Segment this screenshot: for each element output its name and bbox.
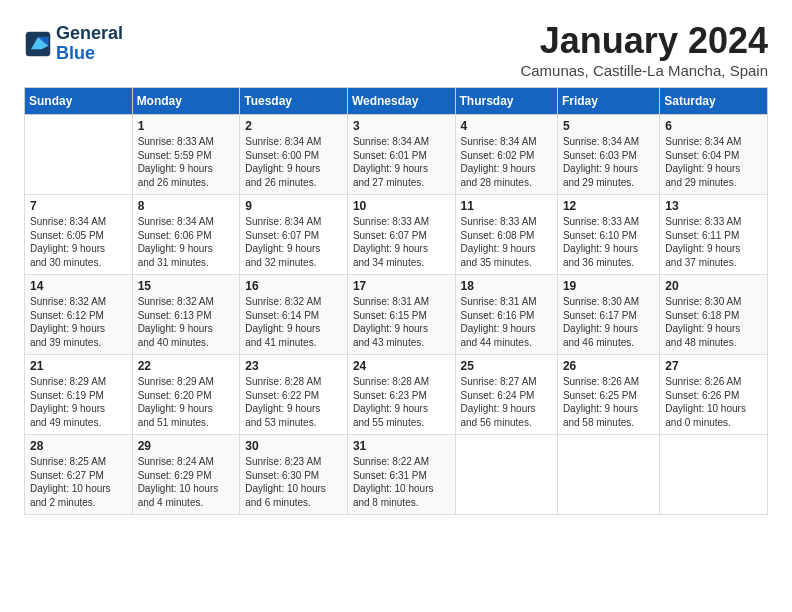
calendar-cell: 12Sunrise: 8:33 AM Sunset: 6:10 PM Dayli…	[557, 195, 659, 275]
day-number: 5	[563, 119, 654, 133]
day-info: Sunrise: 8:32 AM Sunset: 6:13 PM Dayligh…	[138, 295, 235, 349]
day-info: Sunrise: 8:26 AM Sunset: 6:25 PM Dayligh…	[563, 375, 654, 429]
day-number: 23	[245, 359, 342, 373]
calendar-cell: 22Sunrise: 8:29 AM Sunset: 6:20 PM Dayli…	[132, 355, 240, 435]
day-number: 18	[461, 279, 552, 293]
day-info: Sunrise: 8:28 AM Sunset: 6:22 PM Dayligh…	[245, 375, 342, 429]
day-info: Sunrise: 8:33 AM Sunset: 6:10 PM Dayligh…	[563, 215, 654, 269]
logo-line1: General	[56, 24, 123, 44]
day-info: Sunrise: 8:30 AM Sunset: 6:18 PM Dayligh…	[665, 295, 762, 349]
col-header-thursday: Thursday	[455, 88, 557, 115]
month-title: January 2024	[520, 20, 768, 62]
day-number: 16	[245, 279, 342, 293]
calendar-cell: 17Sunrise: 8:31 AM Sunset: 6:15 PM Dayli…	[347, 275, 455, 355]
day-info: Sunrise: 8:34 AM Sunset: 6:04 PM Dayligh…	[665, 135, 762, 189]
day-info: Sunrise: 8:31 AM Sunset: 6:15 PM Dayligh…	[353, 295, 450, 349]
day-number: 19	[563, 279, 654, 293]
day-number: 11	[461, 199, 552, 213]
day-number: 15	[138, 279, 235, 293]
calendar-cell: 3Sunrise: 8:34 AM Sunset: 6:01 PM Daylig…	[347, 115, 455, 195]
day-number: 24	[353, 359, 450, 373]
calendar-cell: 23Sunrise: 8:28 AM Sunset: 6:22 PM Dayli…	[240, 355, 348, 435]
day-number: 21	[30, 359, 127, 373]
calendar-cell: 4Sunrise: 8:34 AM Sunset: 6:02 PM Daylig…	[455, 115, 557, 195]
col-header-monday: Monday	[132, 88, 240, 115]
day-number: 22	[138, 359, 235, 373]
day-number: 30	[245, 439, 342, 453]
calendar-cell: 2Sunrise: 8:34 AM Sunset: 6:00 PM Daylig…	[240, 115, 348, 195]
day-info: Sunrise: 8:33 AM Sunset: 6:07 PM Dayligh…	[353, 215, 450, 269]
calendar-cell: 28Sunrise: 8:25 AM Sunset: 6:27 PM Dayli…	[25, 435, 133, 515]
calendar-cell: 13Sunrise: 8:33 AM Sunset: 6:11 PM Dayli…	[660, 195, 768, 275]
day-number: 28	[30, 439, 127, 453]
calendar-cell: 31Sunrise: 8:22 AM Sunset: 6:31 PM Dayli…	[347, 435, 455, 515]
day-info: Sunrise: 8:28 AM Sunset: 6:23 PM Dayligh…	[353, 375, 450, 429]
day-number: 14	[30, 279, 127, 293]
calendar-cell: 1Sunrise: 8:33 AM Sunset: 5:59 PM Daylig…	[132, 115, 240, 195]
day-info: Sunrise: 8:32 AM Sunset: 6:12 PM Dayligh…	[30, 295, 127, 349]
calendar-week-3: 21Sunrise: 8:29 AM Sunset: 6:19 PM Dayli…	[25, 355, 768, 435]
day-info: Sunrise: 8:29 AM Sunset: 6:19 PM Dayligh…	[30, 375, 127, 429]
calendar-week-4: 28Sunrise: 8:25 AM Sunset: 6:27 PM Dayli…	[25, 435, 768, 515]
day-number: 7	[30, 199, 127, 213]
day-info: Sunrise: 8:27 AM Sunset: 6:24 PM Dayligh…	[461, 375, 552, 429]
day-info: Sunrise: 8:31 AM Sunset: 6:16 PM Dayligh…	[461, 295, 552, 349]
calendar-cell: 26Sunrise: 8:26 AM Sunset: 6:25 PM Dayli…	[557, 355, 659, 435]
calendar-week-1: 7Sunrise: 8:34 AM Sunset: 6:05 PM Daylig…	[25, 195, 768, 275]
calendar-cell: 27Sunrise: 8:26 AM Sunset: 6:26 PM Dayli…	[660, 355, 768, 435]
calendar-cell: 5Sunrise: 8:34 AM Sunset: 6:03 PM Daylig…	[557, 115, 659, 195]
calendar-cell: 6Sunrise: 8:34 AM Sunset: 6:04 PM Daylig…	[660, 115, 768, 195]
day-info: Sunrise: 8:23 AM Sunset: 6:30 PM Dayligh…	[245, 455, 342, 509]
location-title: Camunas, Castille-La Mancha, Spain	[520, 62, 768, 79]
day-info: Sunrise: 8:34 AM Sunset: 6:03 PM Dayligh…	[563, 135, 654, 189]
day-info: Sunrise: 8:34 AM Sunset: 6:05 PM Dayligh…	[30, 215, 127, 269]
calendar-table: SundayMondayTuesdayWednesdayThursdayFrid…	[24, 87, 768, 515]
day-number: 31	[353, 439, 450, 453]
day-info: Sunrise: 8:34 AM Sunset: 6:01 PM Dayligh…	[353, 135, 450, 189]
day-info: Sunrise: 8:33 AM Sunset: 6:08 PM Dayligh…	[461, 215, 552, 269]
day-info: Sunrise: 8:34 AM Sunset: 6:06 PM Dayligh…	[138, 215, 235, 269]
day-info: Sunrise: 8:30 AM Sunset: 6:17 PM Dayligh…	[563, 295, 654, 349]
col-header-friday: Friday	[557, 88, 659, 115]
day-number: 12	[563, 199, 654, 213]
day-number: 9	[245, 199, 342, 213]
col-header-tuesday: Tuesday	[240, 88, 348, 115]
day-number: 8	[138, 199, 235, 213]
day-info: Sunrise: 8:33 AM Sunset: 5:59 PM Dayligh…	[138, 135, 235, 189]
calendar-cell: 15Sunrise: 8:32 AM Sunset: 6:13 PM Dayli…	[132, 275, 240, 355]
col-header-sunday: Sunday	[25, 88, 133, 115]
calendar-cell: 18Sunrise: 8:31 AM Sunset: 6:16 PM Dayli…	[455, 275, 557, 355]
calendar-week-0: 1Sunrise: 8:33 AM Sunset: 5:59 PM Daylig…	[25, 115, 768, 195]
calendar-cell: 16Sunrise: 8:32 AM Sunset: 6:14 PM Dayli…	[240, 275, 348, 355]
day-info: Sunrise: 8:34 AM Sunset: 6:00 PM Dayligh…	[245, 135, 342, 189]
calendar-cell: 25Sunrise: 8:27 AM Sunset: 6:24 PM Dayli…	[455, 355, 557, 435]
day-number: 13	[665, 199, 762, 213]
calendar-cell	[660, 435, 768, 515]
day-info: Sunrise: 8:32 AM Sunset: 6:14 PM Dayligh…	[245, 295, 342, 349]
calendar-cell: 29Sunrise: 8:24 AM Sunset: 6:29 PM Dayli…	[132, 435, 240, 515]
calendar-header-row: SundayMondayTuesdayWednesdayThursdayFrid…	[25, 88, 768, 115]
day-number: 27	[665, 359, 762, 373]
day-info: Sunrise: 8:26 AM Sunset: 6:26 PM Dayligh…	[665, 375, 762, 429]
title-block: January 2024 Camunas, Castille-La Mancha…	[520, 20, 768, 79]
logo-icon	[24, 30, 52, 58]
day-number: 2	[245, 119, 342, 133]
day-number: 10	[353, 199, 450, 213]
day-number: 3	[353, 119, 450, 133]
calendar-cell: 19Sunrise: 8:30 AM Sunset: 6:17 PM Dayli…	[557, 275, 659, 355]
day-info: Sunrise: 8:25 AM Sunset: 6:27 PM Dayligh…	[30, 455, 127, 509]
calendar-cell	[25, 115, 133, 195]
day-info: Sunrise: 8:33 AM Sunset: 6:11 PM Dayligh…	[665, 215, 762, 269]
day-info: Sunrise: 8:22 AM Sunset: 6:31 PM Dayligh…	[353, 455, 450, 509]
day-number: 26	[563, 359, 654, 373]
day-number: 4	[461, 119, 552, 133]
calendar-body: 1Sunrise: 8:33 AM Sunset: 5:59 PM Daylig…	[25, 115, 768, 515]
page-header: General Blue January 2024 Camunas, Casti…	[24, 20, 768, 79]
day-number: 6	[665, 119, 762, 133]
calendar-cell	[455, 435, 557, 515]
logo: General Blue	[24, 24, 123, 64]
day-number: 29	[138, 439, 235, 453]
day-info: Sunrise: 8:24 AM Sunset: 6:29 PM Dayligh…	[138, 455, 235, 509]
day-info: Sunrise: 8:34 AM Sunset: 6:07 PM Dayligh…	[245, 215, 342, 269]
logo-line2: Blue	[56, 44, 123, 64]
